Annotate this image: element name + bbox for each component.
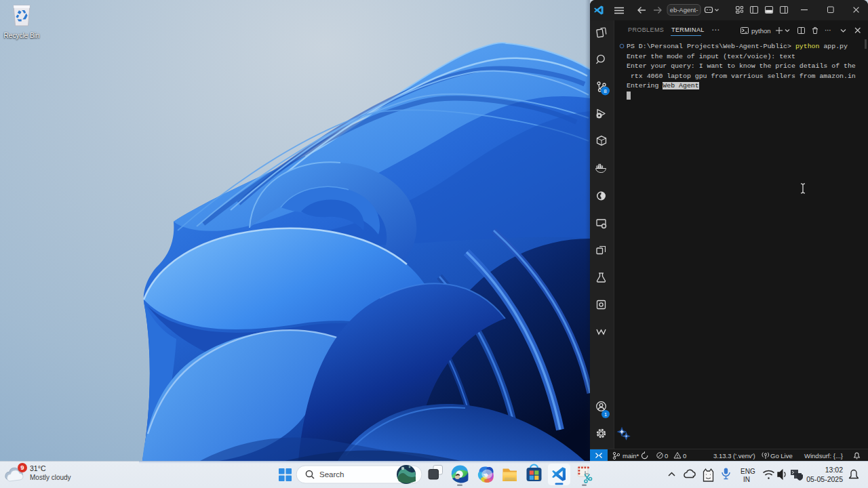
svg-text:8: 8	[604, 88, 607, 94]
svg-text:eb-Agent-: eb-Agent-	[670, 6, 698, 14]
svg-text:13:02: 13:02	[825, 466, 843, 474]
svg-text:1: 1	[604, 411, 607, 418]
svg-text:Windsurf: {...}: Windsurf: {...}	[804, 452, 843, 460]
svg-text:IN: IN	[743, 476, 750, 483]
svg-text:main*: main*	[623, 452, 639, 460]
svg-text:0: 0	[665, 452, 668, 460]
svg-text:05-05-2025: 05-05-2025	[806, 475, 843, 483]
svg-text:0: 0	[683, 452, 686, 460]
svg-text:31°C: 31°C	[30, 464, 46, 472]
svg-text:python: python	[751, 27, 771, 35]
svg-text:ENG: ENG	[741, 468, 755, 475]
svg-text:Go Live: Go Live	[770, 452, 793, 460]
svg-text:Search: Search	[319, 470, 344, 479]
svg-text:9: 9	[20, 464, 24, 471]
svg-text:⋯: ⋯	[825, 26, 831, 34]
svg-text:3.13.3 ('.venv'): 3.13.3 ('.venv')	[713, 452, 755, 460]
svg-text:Mostly cloudy: Mostly cloudy	[30, 474, 71, 481]
